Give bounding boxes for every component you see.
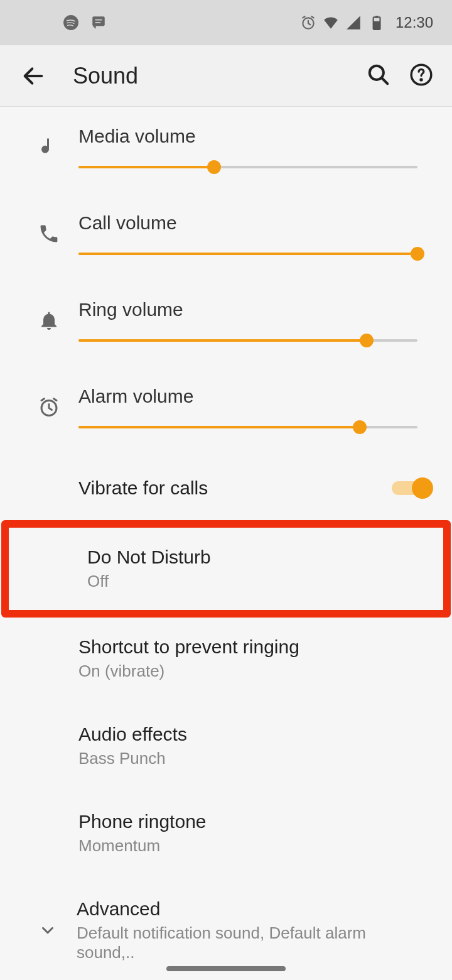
svg-rect-1	[92, 16, 105, 26]
call-volume-slider[interactable]	[78, 253, 417, 255]
advanced-item[interactable]: Advanced Default notification sound, Def…	[0, 883, 452, 977]
ring-volume-slider[interactable]	[78, 339, 417, 342]
chevron-down-icon	[38, 921, 57, 940]
search-icon	[367, 63, 390, 87]
svg-rect-7	[375, 16, 378, 18]
status-bar: 12:30	[0, 0, 452, 45]
page-title: Sound	[73, 63, 367, 89]
help-icon	[409, 63, 433, 87]
alarm-volume-slider[interactable]	[78, 426, 417, 428]
ringtone-sub: Momentum	[78, 836, 417, 856]
vibrate-for-calls-row[interactable]: Vibrate for calls	[0, 460, 452, 516]
advanced-sub: Default notification sound, Default alar…	[77, 923, 417, 962]
nav-handle[interactable]	[166, 966, 286, 971]
search-button[interactable]	[367, 63, 390, 89]
ring-volume-label: Ring volume	[78, 299, 417, 320]
svg-line-9	[382, 77, 388, 84]
back-button[interactable]	[19, 62, 48, 90]
dnd-title: Do Not Disturb	[87, 547, 409, 568]
media-volume-item: Media volume	[0, 113, 452, 181]
vibrate-label: Vibrate for calls	[78, 477, 392, 499]
audio-sub: Bass Punch	[78, 749, 417, 768]
status-clock: 12:30	[396, 14, 433, 31]
battery-icon	[368, 14, 384, 31]
ringtone-title: Phone ringtone	[78, 811, 417, 832]
highlight-box: Do Not Disturb Off	[1, 520, 451, 618]
app-bar: Sound	[0, 45, 452, 107]
shortcut-sub: On (vibrate)	[78, 662, 417, 681]
alarm-volume-item: Alarm volume	[0, 373, 452, 441]
media-volume-label: Media volume	[78, 126, 417, 147]
arrow-left-icon	[21, 63, 46, 89]
alarm-icon	[38, 396, 60, 418]
svg-point-11	[420, 79, 422, 81]
call-volume-label: Call volume	[78, 212, 417, 234]
shortcut-prevent-ringing-item[interactable]: Shortcut to prevent ringing On (vibrate)	[0, 621, 452, 696]
ring-volume-item: Ring volume	[0, 286, 452, 354]
phone-icon	[38, 222, 60, 245]
alarm-status-icon	[300, 14, 316, 31]
alarm-volume-label: Alarm volume	[78, 386, 417, 407]
phone-ringtone-item[interactable]: Phone ringtone Momentum	[0, 796, 452, 871]
audio-effects-item[interactable]: Audio effects Bass Punch	[0, 709, 452, 783]
svg-rect-6	[374, 21, 380, 30]
media-volume-slider[interactable]	[78, 166, 417, 168]
toggle-knob	[412, 477, 433, 499]
message-icon	[90, 14, 107, 31]
wifi-icon	[323, 14, 339, 31]
audio-title: Audio effects	[78, 724, 417, 745]
cellular-icon	[345, 14, 362, 31]
advanced-title: Advanced	[77, 898, 417, 920]
do-not-disturb-item[interactable]: Do Not Disturb Off	[9, 528, 443, 610]
vibrate-toggle[interactable]	[392, 481, 429, 495]
content: Media volume Call volume Ring volume	[0, 107, 452, 977]
spotify-icon	[63, 14, 79, 31]
shortcut-title: Shortcut to prevent ringing	[78, 636, 417, 658]
music-note-icon	[38, 136, 60, 158]
bell-icon	[38, 309, 60, 332]
dnd-sub: Off	[87, 572, 409, 591]
help-button[interactable]	[409, 63, 433, 89]
call-volume-item: Call volume	[0, 200, 452, 268]
